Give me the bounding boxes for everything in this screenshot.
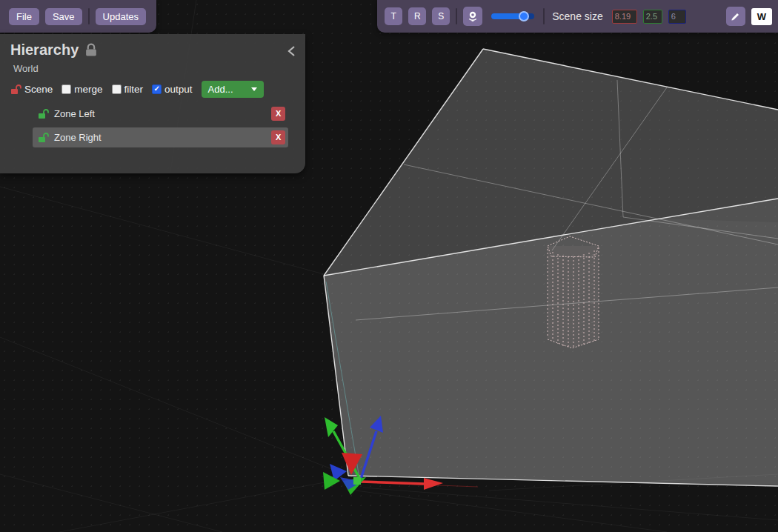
app-window: File Save Updates T R S Scene size bbox=[0, 0, 778, 532]
filter-label: filter bbox=[124, 84, 144, 95]
scene-box-inner-shade bbox=[617, 80, 778, 222]
scale-mode-button[interactable]: S bbox=[432, 7, 450, 25]
scene-size-label: Scene size bbox=[552, 10, 602, 22]
unlock-icon[interactable] bbox=[10, 84, 21, 95]
add-dropdown-value: Add... bbox=[208, 84, 233, 95]
zone-label: Zone Right bbox=[54, 132, 102, 143]
zone-list: Zone Left X Zone Right X bbox=[10, 104, 295, 147]
output-label: output bbox=[164, 84, 193, 95]
output-checkbox[interactable] bbox=[152, 84, 162, 94]
scene-size-z-input[interactable] bbox=[668, 10, 686, 24]
world-root-label: World bbox=[13, 63, 295, 74]
scene-controls-row: Scene merge filter output Add... bbox=[10, 81, 295, 98]
merge-label: merge bbox=[74, 84, 102, 95]
merge-checkbox[interactable] bbox=[61, 84, 71, 94]
panel-title: Hierarchy bbox=[10, 41, 79, 59]
zoom-slider[interactable] bbox=[491, 13, 534, 19]
edit-button[interactable] bbox=[726, 7, 745, 26]
point-cloud-object[interactable] bbox=[548, 236, 599, 348]
file-button[interactable]: File bbox=[9, 8, 39, 25]
toolbar-separator bbox=[88, 8, 90, 24]
scene-size-y-input[interactable] bbox=[643, 10, 662, 24]
scene-size-x-input[interactable] bbox=[612, 10, 637, 24]
scene-label: Scene bbox=[24, 84, 53, 95]
translate-mode-button[interactable]: T bbox=[385, 7, 402, 25]
pencil-icon bbox=[730, 11, 741, 22]
list-item-zone-right[interactable]: Zone Right X bbox=[33, 127, 288, 147]
world-mode-button[interactable]: W bbox=[751, 8, 772, 25]
toolbar-separator bbox=[456, 8, 457, 24]
hierarchy-panel: Hierarchy World Scene merge filter bbox=[0, 34, 305, 173]
slider-knob[interactable] bbox=[519, 11, 529, 21]
list-item-zone-left[interactable]: Zone Left X bbox=[33, 104, 288, 124]
collapse-panel-button[interactable] bbox=[285, 43, 299, 59]
toolbar-separator bbox=[543, 8, 545, 24]
toolbar-right: T R S Scene size bbox=[377, 0, 778, 33]
lock-icon[interactable] bbox=[84, 43, 98, 57]
camera-button[interactable] bbox=[463, 7, 482, 26]
zone-label: Zone Left bbox=[54, 108, 95, 119]
chevron-down-icon bbox=[251, 87, 257, 91]
filter-checkbox[interactable] bbox=[112, 84, 122, 94]
updates-button[interactable]: Updates bbox=[96, 8, 146, 25]
rotate-mode-button[interactable]: R bbox=[408, 7, 426, 25]
add-dropdown[interactable]: Add... bbox=[202, 81, 264, 98]
save-button[interactable]: Save bbox=[45, 8, 82, 25]
unlock-icon[interactable] bbox=[38, 133, 49, 143]
delete-zone-button[interactable]: X bbox=[271, 130, 285, 144]
unlock-icon[interactable] bbox=[38, 109, 49, 119]
toolbar-left: File Save Updates bbox=[0, 0, 156, 33]
camera-icon bbox=[467, 10, 479, 22]
slider-fill bbox=[491, 13, 522, 19]
chevron-left-icon bbox=[286, 44, 298, 58]
delete-zone-button[interactable]: X bbox=[271, 107, 285, 121]
